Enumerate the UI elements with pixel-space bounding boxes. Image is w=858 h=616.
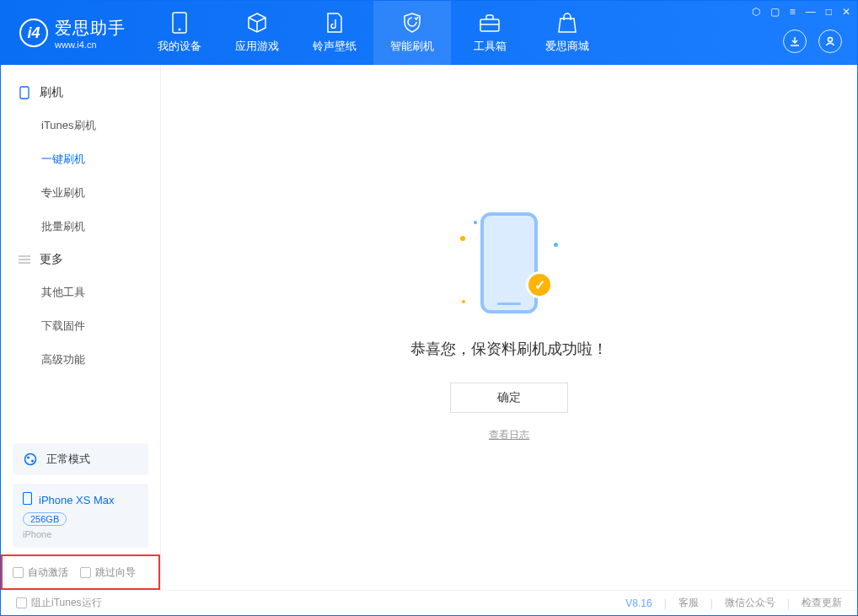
bag-icon — [555, 12, 579, 34]
device-icon — [168, 12, 191, 34]
sidebar-group-flash: 刷机 — [1, 77, 160, 109]
svg-point-1 — [179, 29, 181, 31]
sidebar-item-download-firmware[interactable]: 下载固件 — [1, 309, 160, 343]
confirm-button[interactable]: 确定 — [450, 383, 568, 413]
version-label: V8.16 — [625, 597, 652, 609]
device-type: iPhone — [23, 529, 138, 539]
music-file-icon — [323, 12, 346, 34]
toolbox-icon — [478, 12, 501, 34]
phone-outline-icon — [18, 86, 31, 99]
device-mode-card[interactable]: 正常模式 — [13, 443, 148, 475]
sidebar-item-other-tools[interactable]: 其他工具 — [1, 276, 160, 309]
footer-link-update[interactable]: 检查更新 — [802, 596, 842, 610]
footer-link-wechat[interactable]: 微信公众号 — [725, 596, 775, 610]
header-right-actions — [783, 29, 842, 53]
spark-icon — [462, 300, 465, 303]
checkbox-icon — [13, 567, 24, 578]
device-capacity-badge: 256GB — [23, 512, 67, 526]
window-controls: ⬡ ▢ ≡ — □ ✕ — [752, 6, 850, 18]
block-itunes-checkbox[interactable]: 阻止iTunes运行 — [16, 596, 102, 610]
spark-icon — [554, 243, 558, 247]
nav-store[interactable]: 爱思商城 — [528, 1, 606, 65]
success-message: 恭喜您，保资料刷机成功啦！ — [410, 339, 608, 359]
spark-icon — [474, 221, 477, 224]
skip-guide-checkbox[interactable]: 跳过向导 — [80, 565, 136, 580]
more-lines-icon — [18, 253, 31, 266]
footer-link-support[interactable]: 客服 — [678, 596, 699, 610]
spark-icon — [460, 236, 465, 241]
svg-rect-5 — [20, 87, 29, 99]
sidebar-item-advanced[interactable]: 高级功能 — [1, 343, 160, 377]
nav-toolbox[interactable]: 工具箱 — [451, 1, 528, 65]
shirt-icon[interactable]: ⬡ — [752, 6, 760, 18]
phone-small-icon — [23, 492, 32, 507]
checkbox-icon — [16, 597, 27, 608]
device-mode-label: 正常模式 — [46, 452, 90, 467]
svg-point-11 — [31, 460, 34, 463]
success-illustration: ✓ — [458, 212, 560, 322]
svg-rect-2 — [480, 19, 499, 31]
sidebar-item-pro-flash[interactable]: 专业刷机 — [1, 176, 160, 210]
sidebar-item-batch-flash[interactable]: 批量刷机 — [1, 210, 160, 244]
app-header: i4 爱思助手 www.i4.cn 我的设备 应用游戏 铃声壁纸 智能刷机 工具… — [1, 1, 857, 65]
main-panel: ✓ 恭喜您，保资料刷机成功啦！ 确定 查看日志 — [161, 65, 857, 590]
phone-icon — [480, 212, 538, 313]
logo-icon: i4 — [19, 19, 48, 47]
footer-bar: 阻止iTunes运行 V8.16 | 客服 | 微信公众号 | 检查更新 — [1, 590, 857, 615]
nav-apps-games[interactable]: 应用游戏 — [218, 1, 296, 65]
app-logo: i4 爱思助手 www.i4.cn — [1, 17, 141, 50]
sidebar-item-itunes-flash[interactable]: iTunes刷机 — [1, 109, 160, 142]
mode-icon — [23, 452, 38, 467]
svg-rect-12 — [24, 493, 32, 505]
sidebar: 刷机 iTunes刷机 一键刷机 专业刷机 批量刷机 更多 其他工具 下载固件 … — [1, 65, 161, 590]
app-title: 爱思助手 — [55, 17, 126, 40]
maximize-button[interactable]: □ — [826, 6, 832, 18]
nav-smart-flash[interactable]: 智能刷机 — [373, 1, 451, 65]
minimize-button[interactable]: — — [806, 6, 816, 18]
menu-icon[interactable]: ≡ — [790, 6, 796, 18]
nav-my-device[interactable]: 我的设备 — [141, 1, 218, 65]
close-button[interactable]: ✕ — [842, 6, 850, 18]
device-name: iPhone XS Max — [39, 494, 115, 506]
svg-point-10 — [27, 457, 29, 459]
download-button[interactable] — [783, 29, 807, 53]
sidebar-group-more: 更多 — [1, 244, 160, 276]
view-log-link[interactable]: 查看日志 — [489, 428, 529, 442]
checkbox-icon — [80, 567, 91, 578]
device-card[interactable]: iPhone XS Max 256GB iPhone — [13, 484, 148, 548]
main-nav: 我的设备 应用游戏 铃声壁纸 智能刷机 工具箱 爱思商城 — [141, 1, 606, 65]
sidebar-bottom-options: 自动激活 跳过向导 — [1, 554, 160, 590]
shield-icon — [400, 12, 424, 34]
app-subtitle: www.i4.cn — [55, 40, 126, 50]
check-badge-icon: ✓ — [526, 271, 553, 298]
auto-activate-checkbox[interactable]: 自动激活 — [13, 565, 68, 580]
sidebar-item-oneclick-flash[interactable]: 一键刷机 — [1, 142, 160, 176]
user-button[interactable] — [818, 29, 842, 53]
svg-point-4 — [829, 38, 833, 42]
lock-icon[interactable]: ▢ — [770, 6, 780, 18]
svg-point-9 — [25, 454, 36, 465]
nav-ringtone-wallpaper[interactable]: 铃声壁纸 — [296, 1, 373, 65]
cube-icon — [245, 12, 269, 34]
